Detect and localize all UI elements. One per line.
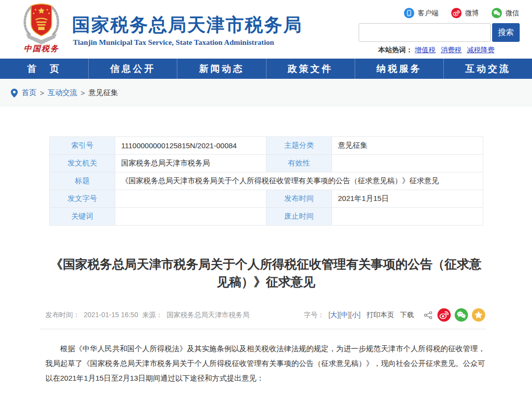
- article-meta-row: 发布时间： 2021-01-15 16:50 来源： 国家税务总局天津市税务局 …: [45, 308, 485, 322]
- site-header: 中国税务 国家税务总局天津市税务局 Tianjin Municipal Tax …: [0, 0, 532, 59]
- breadcrumb-interaction[interactable]: 互动交流: [48, 88, 77, 98]
- print-button[interactable]: 打印本页: [366, 311, 394, 320]
- meta-value-index: 11100000000125815N/2021-00084: [115, 137, 266, 155]
- source-label: 来源：: [142, 311, 163, 319]
- quick-link-wechat[interactable]: 微信: [492, 8, 519, 18]
- bracket: ]: [359, 311, 361, 320]
- nav-item-tax-service[interactable]: 纳税服务: [355, 59, 444, 79]
- font-size-small[interactable]: 小: [352, 311, 359, 320]
- source-value: 国家税务总局天津市税务局: [166, 311, 249, 319]
- hot-words: 本站热词： 增值税 消费税 减税降费: [378, 46, 498, 55]
- tax-emblem-icon: [19, 3, 64, 46]
- divider: [40, 328, 487, 329]
- nav-item-interaction[interactable]: 互动交流: [444, 59, 532, 79]
- font-size-controls: [大][中][小]: [329, 311, 361, 320]
- article-body: 根据《中华人民共和国个人所得税法》及其实施条例以及相关税收法律法规的规定，为进一…: [45, 341, 485, 386]
- hot-words-label: 本站热词：: [378, 46, 413, 54]
- meta-label-category: 主题分类: [266, 137, 332, 155]
- quick-link-label: 微信: [505, 9, 519, 18]
- meta-value-validity: [332, 155, 483, 172]
- quick-link-client[interactable]: 客户端: [404, 8, 438, 18]
- publish-info: 发布时间： 2021-01-15 16:50 来源： 国家税务总局天津市税务局: [45, 311, 251, 320]
- meta-value-agency: 国家税务总局天津市税务局: [115, 155, 266, 172]
- quick-link-label: 微博: [465, 9, 479, 18]
- meta-label-validity: 有效性: [266, 155, 332, 172]
- download-button[interactable]: 下载: [400, 311, 414, 320]
- nav-item-info-disclosure[interactable]: 信息公开: [89, 59, 177, 79]
- page: 中国税务 国家税务总局天津市税务局 Tianjin Municipal Tax …: [0, 0, 532, 394]
- breadcrumb-separator: >: [81, 89, 85, 97]
- quick-link-weibo[interactable]: 微博: [451, 8, 479, 18]
- meta-label-index: 索引号: [50, 137, 115, 155]
- table-row: 索引号 11100000000125815N/2021-00084 主题分类 意…: [50, 137, 483, 155]
- font-size-medium[interactable]: 中: [341, 311, 348, 320]
- meta-value-keywords: [115, 208, 266, 226]
- article-title: 《国家税务总局天津市税务局关于个人所得税征收管理有关事项的公告（征求意见稿）》征…: [49, 255, 483, 291]
- meta-value-docnum: [115, 190, 266, 208]
- qzone-share-icon[interactable]: [472, 308, 485, 322]
- weibo-share-icon[interactable]: [437, 308, 451, 322]
- meta-label-keywords: 关键词: [50, 208, 115, 226]
- breadcrumb-current: 意见征集: [89, 88, 118, 98]
- meta-label-title: 标题: [50, 172, 115, 190]
- meta-label-pubtime: 发布时间: [266, 190, 332, 208]
- hot-word-link[interactable]: 增值税: [415, 46, 435, 54]
- search-input[interactable]: [359, 23, 491, 42]
- wechat-icon: [492, 8, 502, 18]
- site-logo[interactable]: 中国税务: [16, 3, 67, 54]
- site-title-en: Tianjin Municipal Tax Service, State Tax…: [73, 38, 274, 47]
- nav-item-news[interactable]: 新闻动态: [177, 59, 266, 79]
- breadcrumb: 首页 > 互动交流 > 意见征集: [0, 79, 532, 107]
- font-size-large[interactable]: 大: [331, 311, 337, 320]
- article-main: 索引号 11100000000125815N/2021-00084 主题分类 意…: [0, 136, 532, 386]
- font-size-label: 字号：: [304, 311, 325, 320]
- site-title: 国家税务总局天津市税务局: [72, 13, 302, 37]
- meta-value-title: 《国家税务总局天津市税务局关于个人所得税征收管理有关事项的公告（征求意见稿）》征…: [115, 172, 483, 190]
- hot-word-link[interactable]: 消费税: [441, 46, 462, 54]
- quick-link-label: 客户端: [418, 9, 438, 18]
- breadcrumb-separator: >: [40, 89, 44, 97]
- meta-label-repeal: 废止时间: [266, 208, 332, 226]
- table-row: 关键词 废止时间: [50, 208, 483, 226]
- document-meta-table: 索引号 11100000000125815N/2021-00084 主题分类 意…: [49, 136, 483, 226]
- wechat-share-icon[interactable]: [455, 308, 468, 322]
- table-row: 标题 《国家税务总局天津市税务局关于个人所得税征收管理有关事项的公告（征求意见稿…: [50, 172, 483, 190]
- meta-label-agency: 发文机关: [50, 155, 115, 172]
- publish-time-label: 发布时间：: [45, 311, 80, 319]
- search-button[interactable]: 搜索: [492, 23, 520, 42]
- main-nav: 首 页 信息公开 新闻动态 政策文件 纳税服务 互动交流: [0, 59, 532, 79]
- table-row: 发文机关 国家税务总局天津市税务局 有效性: [50, 155, 483, 172]
- table-row: 发文字号 发布时间 2021年1月15日: [50, 190, 483, 208]
- meta-value-pubtime: 2021年1月15日: [332, 190, 483, 208]
- location-pin-icon: [11, 89, 18, 98]
- weibo-icon: [451, 8, 462, 18]
- nav-item-home[interactable]: 首 页: [0, 59, 89, 79]
- meta-label-docnum: 发文字号: [50, 190, 115, 208]
- share-icon[interactable]: [423, 310, 433, 321]
- article-toolbar: 字号： [大][中][小] 打印本页 下载: [304, 308, 485, 322]
- publish-time-value: 2021-01-15 16:50: [84, 311, 138, 319]
- mobile-app-icon: [404, 8, 414, 18]
- hot-word-link[interactable]: 减税降费: [467, 46, 495, 54]
- meta-value-category: 意见征集: [332, 137, 483, 155]
- nav-item-policy[interactable]: 政策文件: [266, 59, 355, 79]
- search-bar: 搜索: [359, 23, 520, 42]
- breadcrumb-home[interactable]: 首页: [22, 88, 36, 98]
- meta-value-repeal: [332, 208, 483, 226]
- quick-links: 客户端 微博: [404, 8, 519, 18]
